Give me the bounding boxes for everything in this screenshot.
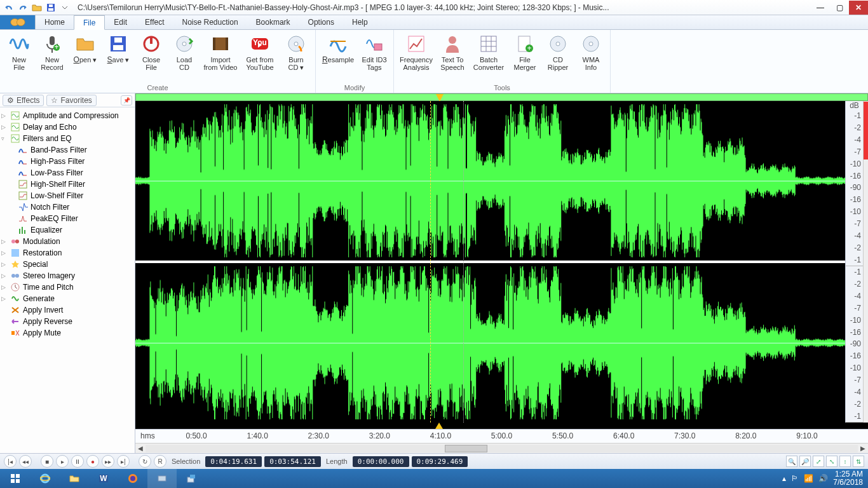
range-loop-button[interactable]: R xyxy=(154,455,166,468)
tree-stereo[interactable]: ▷Stereo Imagery xyxy=(1,270,133,281)
tree-amp-comp[interactable]: ▷Amplitude and Compression xyxy=(1,110,133,121)
qa-undo-icon[interactable] xyxy=(3,1,15,14)
scroll-left-icon[interactable]: ◀ xyxy=(135,445,146,452)
tab-options[interactable]: Options xyxy=(299,15,343,29)
expand-icon[interactable]: ▷ xyxy=(1,112,8,119)
minimize-button[interactable]: — xyxy=(811,1,830,15)
close-file-button[interactable]: Close File xyxy=(135,31,168,84)
zoom-v-out-button[interactable]: ⇅ xyxy=(853,456,864,467)
tab-bookmark[interactable]: Bookmark xyxy=(247,15,299,29)
tree-modulation[interactable]: ▷Modulation xyxy=(1,236,133,247)
waveform-canvas-area[interactable] xyxy=(135,101,845,423)
wma-info-button[interactable]: WMA Info xyxy=(574,31,607,84)
tab-edit[interactable]: Edit xyxy=(105,15,136,29)
scroll-track[interactable] xyxy=(146,445,858,452)
zoom-in-button[interactable]: 🔍 xyxy=(786,456,797,467)
text-speech-button[interactable]: Text To Speech xyxy=(436,31,469,84)
cd-ripper-button[interactable]: CD Ripper xyxy=(541,31,574,84)
tray-volume-icon[interactable]: 🔊 xyxy=(818,474,828,483)
tree-low-pass[interactable]: Low-Pass Filter xyxy=(1,167,133,179)
expand-icon[interactable]: ▷ xyxy=(1,124,8,130)
qa-dropdown-icon[interactable] xyxy=(58,1,71,14)
import-video-button[interactable]: Import from Video xyxy=(201,31,240,84)
taskbar-word[interactable]: W xyxy=(89,469,118,488)
tree-band-pass[interactable]: Band-Pass Filter xyxy=(1,144,133,156)
expand-icon[interactable]: ▿ xyxy=(1,135,8,142)
expand-icon[interactable]: ▷ xyxy=(1,238,8,245)
tree-apply-mute[interactable]: Apply Mute xyxy=(1,327,133,339)
tray-up-icon[interactable]: ▴ xyxy=(782,474,786,483)
ffwd-button[interactable]: ▸▸ xyxy=(102,455,114,468)
edit-id3-button[interactable]: Edit ID3 Tags xyxy=(358,31,391,84)
resample-button[interactable]: Resample xyxy=(318,31,358,84)
pause-button[interactable]: ⏸ xyxy=(71,455,84,468)
tab-effect[interactable]: Effect xyxy=(136,15,173,29)
tab-file[interactable]: File xyxy=(74,15,105,30)
tray-flag-icon[interactable]: 🏳 xyxy=(791,474,799,483)
qa-redo-icon[interactable] xyxy=(17,1,29,14)
play-button[interactable]: ▸ xyxy=(56,455,69,468)
hscrollbar[interactable]: ◀ ▶ xyxy=(135,443,868,453)
tree-low-shelf[interactable]: Low-Shelf Filter xyxy=(1,190,133,201)
stop-button[interactable]: ■ xyxy=(41,455,53,468)
expand-icon[interactable]: ▷ xyxy=(1,273,8,279)
tray-network-icon[interactable]: 📶 xyxy=(804,474,813,483)
loop-button[interactable]: ↻ xyxy=(139,455,151,468)
skip-last-button[interactable]: ▸| xyxy=(117,455,130,468)
effects-tab[interactable]: ⚙Effects xyxy=(3,95,44,106)
expand-icon[interactable]: ▷ xyxy=(1,250,8,256)
zoom-v-in-button[interactable]: ↕ xyxy=(839,456,851,467)
rewind-button[interactable]: ◂◂ xyxy=(19,455,32,468)
cursor-marker-bottom-icon[interactable] xyxy=(435,423,443,429)
tree-high-pass[interactable]: High-Pass Filter xyxy=(1,156,133,167)
freq-analysis-button[interactable]: Frequency Analysis xyxy=(397,31,436,84)
expand-icon[interactable]: ▷ xyxy=(1,261,8,268)
record-button[interactable]: ● xyxy=(86,455,99,468)
tree-notch[interactable]: Notch Filter xyxy=(1,201,133,213)
expand-icon[interactable]: ▷ xyxy=(1,295,8,302)
save-button[interactable]: Save ▾ xyxy=(102,31,135,84)
tree-peak-eq[interactable]: PeakEQ Filter xyxy=(1,213,133,224)
waveform-canvas[interactable] xyxy=(135,101,845,423)
tree-high-shelf[interactable]: High-Shelf Filter xyxy=(1,179,133,190)
new-record-button[interactable]: +New Record xyxy=(36,31,69,84)
timeline[interactable]: hms 0:50.01:40.02:30.03:20.04:10.05:00.0… xyxy=(135,429,868,443)
zoom-sel-button[interactable]: ⤢ xyxy=(813,456,824,467)
file-merger-button[interactable]: +File Merger xyxy=(508,31,541,84)
qa-open-icon[interactable] xyxy=(31,1,43,14)
qa-save-icon[interactable] xyxy=(44,1,57,14)
scroll-thumb[interactable] xyxy=(445,445,487,452)
app-menu-button[interactable] xyxy=(0,15,36,29)
taskbar-explorer[interactable] xyxy=(60,469,89,488)
selection-bar[interactable] xyxy=(135,93,868,101)
start-button[interactable] xyxy=(0,469,31,488)
pin-button[interactable]: 📌 xyxy=(121,95,132,105)
batch-conv-button[interactable]: Batch Converter xyxy=(469,31,508,84)
tab-home[interactable]: Home xyxy=(36,15,74,29)
tree-apply-reverse[interactable]: Apply Reverse xyxy=(1,316,133,327)
tree-filters-eq[interactable]: ▿Filters and EQ xyxy=(1,133,133,144)
skip-first-button[interactable]: |◂ xyxy=(4,455,17,468)
tree-equalizer[interactable]: Equalizer xyxy=(1,224,133,236)
maximize-button[interactable]: ▢ xyxy=(830,1,849,15)
tree-special[interactable]: ▷Special xyxy=(1,259,133,270)
open-button[interactable]: Open ▾ xyxy=(69,31,102,84)
favorites-tab[interactable]: ☆Favorites xyxy=(46,95,96,106)
scroll-right-icon[interactable]: ▶ xyxy=(858,445,868,452)
tree-time-pitch[interactable]: ▷Time and Pitch xyxy=(1,281,133,293)
expand-icon[interactable]: ▷ xyxy=(1,284,8,290)
taskbar-app[interactable] xyxy=(147,469,177,488)
tab-noise-reduction[interactable]: Noise Reduction xyxy=(173,15,247,29)
burn-cd-button[interactable]: Burn CD ▾ xyxy=(280,31,313,84)
taskbar-firefox[interactable] xyxy=(118,469,147,488)
tray-clock[interactable]: 1:25 AM 7/6/2018 xyxy=(833,470,863,487)
taskbar-ie[interactable] xyxy=(31,469,60,488)
zoom-out-button[interactable]: 🔎 xyxy=(799,456,811,467)
load-cd-button[interactable]: Load CD xyxy=(168,31,201,84)
new-file-button[interactable]: New File xyxy=(3,31,36,84)
tree-delay-echo[interactable]: ▷Delay and Echo xyxy=(1,121,133,133)
tree-restoration[interactable]: ▷Restoration xyxy=(1,247,133,259)
tab-help[interactable]: Help xyxy=(343,15,377,29)
close-button[interactable]: ✕ xyxy=(849,1,868,15)
get-youtube-button[interactable]: YouGet from YouTube xyxy=(240,31,280,84)
